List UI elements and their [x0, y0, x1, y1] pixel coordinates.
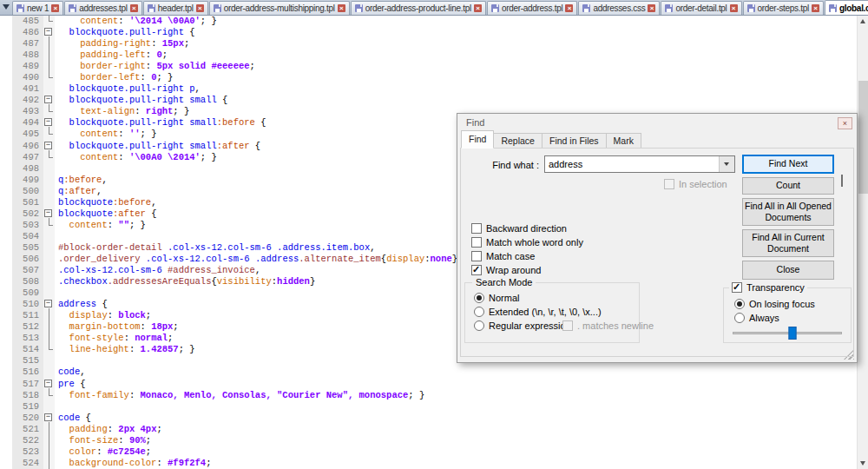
- file-tab-label: order-address.tpl: [502, 3, 563, 13]
- line-number: 491: [12, 83, 43, 95]
- backward-direction-checkbox[interactable]: Backward direction: [471, 223, 567, 234]
- search-mode-normal-radio[interactable]: Normal: [474, 293, 519, 303]
- code-line[interactable]: 523 color: #c7254e;: [0, 446, 857, 458]
- line-number: 519: [12, 401, 43, 413]
- dialog-close-button[interactable]: ×: [838, 117, 852, 129]
- tab-close-icon[interactable]: ×: [730, 4, 738, 12]
- code-line[interactable]: 516code,: [0, 367, 857, 378]
- fold-toggle-icon[interactable]: −: [43, 141, 55, 152]
- scroll-down-button[interactable]: [858, 458, 868, 469]
- transparency-slider-thumb[interactable]: [789, 327, 797, 340]
- match-case-checkbox[interactable]: Match case: [471, 251, 535, 261]
- code-line[interactable]: 522 font-size: 90%;: [0, 435, 857, 446]
- fold-toggle-icon[interactable]: −: [43, 379, 55, 390]
- code-line[interactable]: 520−code {: [0, 413, 857, 424]
- fold-toggle-icon[interactable]: −: [43, 95, 55, 106]
- transparency-slider[interactable]: [733, 327, 842, 340]
- code-line[interactable]: 489 border-right: 5px solid #eeeeee;: [0, 61, 857, 72]
- code-line[interactable]: 490 border-left: 0; }: [0, 72, 857, 83]
- fold-toggle-icon[interactable]: −: [43, 27, 55, 38]
- fold-margin: [43, 197, 55, 208]
- line-number: 518: [12, 390, 43, 401]
- fold-toggle-icon[interactable]: −: [43, 117, 55, 129]
- collapse-box-icon[interactable]: −: [44, 209, 52, 217]
- code-text: .col-xs-12.col-sm-6 #address_invoice,: [55, 265, 260, 276]
- tab-close-icon[interactable]: ×: [51, 4, 59, 12]
- code-text: background-color: #f9f2f4;: [55, 458, 211, 469]
- tab-close-icon[interactable]: ×: [196, 4, 204, 12]
- search-mode-regex-radio[interactable]: Regular expression: [474, 320, 571, 331]
- tab-find-in-files[interactable]: Find in Files: [542, 133, 607, 149]
- line-number: 501: [12, 197, 43, 208]
- file-tab[interactable]: order-steps.tpl×: [743, 1, 824, 15]
- collapse-box-icon[interactable]: −: [44, 28, 52, 36]
- tab-close-icon[interactable]: ×: [565, 4, 573, 12]
- code-line[interactable]: 488 padding-left: 0;: [0, 50, 857, 61]
- find-dialog: Find × Find Replace Find in Files Mark F…: [457, 113, 858, 363]
- find-all-current-button[interactable]: Find All in Current Document: [742, 229, 834, 257]
- tab-close-icon[interactable]: ×: [338, 4, 345, 12]
- file-tab[interactable]: new 1×: [12, 1, 63, 15]
- file-tab[interactable]: header.tpl×: [143, 1, 208, 15]
- code-line[interactable]: 492− blockquote.pull-right small {: [0, 95, 857, 106]
- code-line[interactable]: 518 font-family: Monaco, Menlo, Consolas…: [0, 390, 857, 401]
- code-line[interactable]: 487 padding-right: 15px;: [0, 38, 857, 50]
- code-line[interactable]: 519: [0, 401, 857, 413]
- tab-close-icon[interactable]: ×: [474, 4, 482, 12]
- search-mode-label: Search Mode: [472, 277, 536, 287]
- collapse-box-icon[interactable]: −: [44, 413, 52, 421]
- match-whole-word-checkbox[interactable]: Match whole word only: [471, 237, 583, 248]
- file-tab[interactable]: order-address-multishipping.tpl×: [209, 1, 350, 15]
- file-tab[interactable]: global.css×: [825, 0, 868, 15]
- code-line[interactable]: 486− blockquote.pull-right {: [0, 27, 857, 38]
- tab-replace[interactable]: Replace: [493, 133, 542, 149]
- unlabeled-checkbox[interactable]: [841, 175, 843, 187]
- file-tab[interactable]: order-address-product-line.tpl×: [351, 1, 486, 15]
- transparency-on-losing-focus-radio[interactable]: On losing focus: [734, 299, 815, 309]
- count-button[interactable]: Count: [742, 177, 834, 195]
- collapse-box-icon[interactable]: −: [44, 118, 52, 126]
- file-tab[interactable]: addresses.css×: [578, 1, 660, 15]
- checkbox-box: [471, 223, 482, 234]
- search-mode-extended-radio[interactable]: Extended (\n, \r, \t, \0, \x...): [474, 307, 602, 317]
- dialog-titlebar[interactable]: Find ×: [457, 114, 857, 132]
- code-line[interactable]: 517−pre {: [0, 379, 857, 390]
- code-line[interactable]: 491 blockquote.pull-right p,: [0, 83, 857, 95]
- file-tab[interactable]: addresses.tpl×: [64, 1, 142, 15]
- tab-close-icon[interactable]: ×: [130, 4, 138, 12]
- radio-label: Extended (\n, \r, \t, \0, \x...): [489, 307, 602, 317]
- close-button[interactable]: Close: [742, 261, 834, 280]
- transparency-checkbox[interactable]: Transparency: [729, 282, 807, 293]
- find-what-combobox[interactable]: address: [544, 155, 735, 173]
- tab-close-icon[interactable]: ×: [648, 4, 655, 12]
- find-all-opened-button[interactable]: Find All in All Opened Documents: [742, 198, 834, 226]
- scroll-up-button[interactable]: [858, 16, 868, 27]
- fold-margin: [43, 163, 55, 175]
- code-line[interactable]: 485 content: '\2014 \00A0'; }: [0, 16, 857, 27]
- fold-toggle-icon[interactable]: −: [43, 413, 55, 424]
- tab-mark[interactable]: Mark: [606, 133, 641, 149]
- checkbox-box: [664, 179, 674, 189]
- transparency-always-radio[interactable]: Always: [734, 313, 779, 323]
- code-line[interactable]: 521 padding: 2px 4px;: [0, 424, 857, 435]
- editor-vertical-scrollbar[interactable]: [857, 16, 868, 469]
- find-next-button[interactable]: Find Next: [742, 155, 834, 174]
- wrap-around-checkbox[interactable]: Wrap around: [471, 265, 541, 275]
- collapse-box-icon[interactable]: −: [44, 96, 52, 103]
- combo-dropdown-button[interactable]: [719, 156, 734, 172]
- file-tab[interactable]: order-address.tpl×: [487, 1, 578, 15]
- tab-close-icon[interactable]: ×: [812, 4, 819, 12]
- collapse-box-icon[interactable]: −: [44, 300, 52, 307]
- scrollbar-thumb[interactable]: [858, 81, 868, 194]
- file-tab[interactable]: order-detail.tpl×: [661, 1, 741, 15]
- collapse-box-icon[interactable]: −: [44, 142, 52, 149]
- fold-margin: [43, 390, 55, 401]
- code-line[interactable]: 524 background-color: #f9f2f4;: [0, 458, 857, 469]
- fold-toggle-icon[interactable]: −: [43, 299, 55, 310]
- tab-find[interactable]: Find: [461, 130, 494, 149]
- fold-toggle-icon[interactable]: −: [43, 208, 55, 220]
- file-save-icon: [148, 4, 155, 12]
- collapse-box-icon[interactable]: −: [44, 380, 52, 387]
- down-arrow-icon: [860, 461, 865, 466]
- tab-list-dropdown-icon[interactable]: [3, 4, 10, 10]
